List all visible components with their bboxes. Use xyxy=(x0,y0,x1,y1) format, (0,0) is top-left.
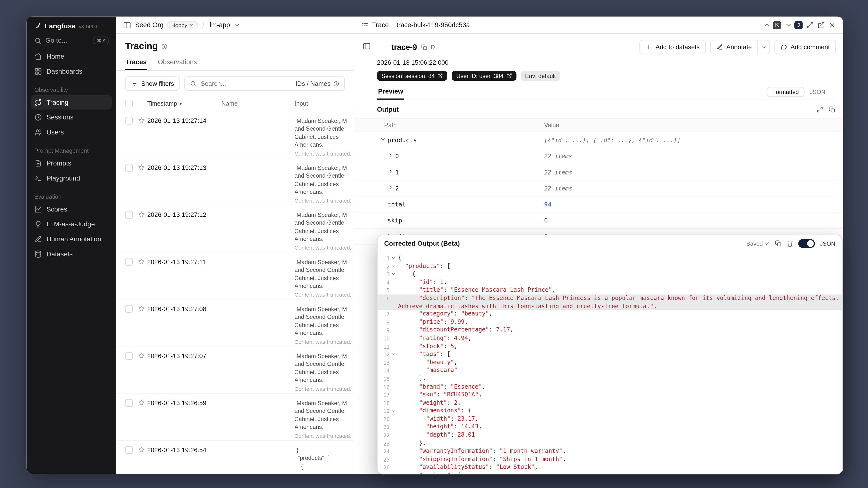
sidebar-item-dashboards[interactable]: Dashboards xyxy=(31,64,112,79)
tab-preview[interactable]: Preview xyxy=(377,88,404,99)
trace-row[interactable]: 2026-01-13 19:26:54 "{ "products": [ { xyxy=(116,440,354,474)
fold-chevron-icon[interactable] xyxy=(390,270,397,278)
copy-id-button[interactable]: ID xyxy=(422,43,435,50)
trace-row[interactable]: 2026-01-13 19:27:07 "Madam Speaker, Mand… xyxy=(116,346,354,394)
json-code-editor[interactable]: 1 { 2 "products": [ 3 { 4 "id": 1, 5 "ti… xyxy=(377,252,842,474)
annotate-button[interactable]: Annotate xyxy=(710,40,758,54)
row-input-preview: "Madam Speaker, Mand Second GentleCabine… xyxy=(294,346,353,392)
bookmark-star-icon[interactable] xyxy=(135,300,147,312)
bookmark-star-icon[interactable] xyxy=(135,111,147,124)
trace-row[interactable]: 2026-01-13 19:27:14 "Madam Speaker, Mand… xyxy=(116,111,354,158)
fold-chevron-icon[interactable] xyxy=(390,471,397,474)
bookmark-star-icon[interactable] xyxy=(135,158,147,171)
tab-traces[interactable]: Traces xyxy=(125,56,147,70)
info-icon[interactable] xyxy=(333,81,339,87)
sidebar-item-users[interactable]: Users xyxy=(31,125,112,140)
close-icon[interactable] xyxy=(829,21,836,29)
output-path: 2 xyxy=(354,185,544,192)
tracing-panel: Seed Org Hobby / llm-app Tracing Traces … xyxy=(116,17,354,474)
expand-output-icon[interactable] xyxy=(816,106,823,113)
copy-output-icon[interactable] xyxy=(829,106,835,113)
row-checkbox[interactable] xyxy=(125,305,133,313)
delete-icon[interactable] xyxy=(786,240,793,247)
trace-row[interactable]: 2026-01-13 19:27:12 "Madam Speaker, Mand… xyxy=(116,206,354,252)
output-row-0[interactable]: 0 22 items xyxy=(354,148,843,164)
row-checkbox[interactable] xyxy=(125,258,133,266)
bookmark-star-icon[interactable] xyxy=(135,440,147,453)
prev-trace-button[interactable]: K xyxy=(763,21,781,29)
org-name[interactable]: Seed Org xyxy=(135,21,163,29)
external-link-icon xyxy=(506,73,512,79)
row-checkbox[interactable] xyxy=(125,211,133,219)
expand-icon[interactable] xyxy=(806,21,814,29)
sidebar-item-sessions[interactable]: Sessions xyxy=(31,110,112,125)
add-comment-button[interactable]: Add comment xyxy=(774,40,836,54)
bookmark-star-icon[interactable] xyxy=(135,346,147,359)
langfuse-logo-icon xyxy=(33,22,41,30)
bookmark-star-icon[interactable] xyxy=(135,252,147,265)
sidebar-item-home[interactable]: Home xyxy=(31,50,112,64)
sidebar-item-scores[interactable]: Scores xyxy=(31,202,112,216)
column-input: Input xyxy=(294,100,353,106)
line-number: 14 xyxy=(377,367,390,375)
sidebar-item-llm-as-a-judge[interactable]: LLM-as-a-Judge xyxy=(31,217,112,232)
row-checkbox[interactable] xyxy=(125,352,133,360)
sidebar-item-human-annotation[interactable]: Human Annotation xyxy=(31,232,112,246)
trace-row[interactable]: 2026-01-13 19:27:08 "Madam Speaker, Mand… xyxy=(116,300,354,346)
select-all-checkbox[interactable] xyxy=(125,99,133,108)
session-badge[interactable]: Session: session_84 xyxy=(377,71,447,81)
row-checkbox[interactable] xyxy=(125,164,133,172)
search-input[interactable]: Search... IDs / Names xyxy=(185,76,345,91)
gutter-spacer xyxy=(390,447,397,455)
column-timestamp[interactable]: Timestamp ▼ xyxy=(147,100,221,106)
row-checkbox[interactable] xyxy=(125,399,133,407)
external-link-icon xyxy=(437,73,443,79)
gutter-spacer xyxy=(390,359,397,367)
line-number: 5 xyxy=(377,286,390,295)
trace-row[interactable]: 2026-01-13 19:27:11 "Madam Speaker, Mand… xyxy=(116,252,354,300)
fold-chevron-icon[interactable] xyxy=(390,262,397,270)
formatted-option[interactable]: Formatted xyxy=(767,87,804,97)
sidebar-item-tracing[interactable]: Tracing xyxy=(31,95,112,110)
list-icon xyxy=(362,21,369,29)
bookmark-star-icon[interactable] xyxy=(135,394,147,406)
project-switcher-chevron-icon[interactable] xyxy=(234,22,240,28)
sidebar-item-datasets[interactable]: Datasets xyxy=(31,247,112,261)
trace-row[interactable]: 2026-01-13 19:27:13 "Madam Speaker, Mand… xyxy=(116,158,354,205)
next-trace-button[interactable]: J xyxy=(785,21,803,29)
fold-chevron-icon[interactable] xyxy=(390,350,397,358)
detail-sidebar-toggle[interactable] xyxy=(363,42,371,53)
info-icon[interactable] xyxy=(161,43,168,50)
project-name[interactable]: llm-app xyxy=(208,21,230,29)
output-row-2[interactable]: 2 22 items xyxy=(354,181,843,196)
trace-title-row: trace-9 ID Add to datasets xyxy=(391,40,836,54)
output-row-products[interactable]: products [{"id": ...}, {"id": ...}, {"id… xyxy=(354,132,843,148)
sidebar-item-prompts[interactable]: Prompts xyxy=(31,156,112,171)
bookmark-star-icon[interactable] xyxy=(135,206,147,218)
json-option[interactable]: JSON xyxy=(806,88,829,96)
trace-row[interactable]: 2026-01-13 19:26:59 "Madam Speaker, Mand… xyxy=(116,394,354,440)
fold-chevron-icon[interactable] xyxy=(390,407,397,415)
plus-icon xyxy=(646,43,652,50)
search-scope-select[interactable]: IDs / Names xyxy=(296,80,339,87)
annotate-dropdown-button[interactable] xyxy=(758,40,770,54)
add-to-datasets-button[interactable]: Add to datasets xyxy=(640,40,706,54)
sidebar-item-playground[interactable]: Playground xyxy=(31,171,112,185)
code-line: 1 { xyxy=(377,254,842,262)
copy-code-icon[interactable] xyxy=(775,240,781,247)
plan-badge[interactable]: Hobby xyxy=(167,21,198,29)
fold-chevron-icon[interactable] xyxy=(390,254,397,262)
sidebar-collapse-icon[interactable] xyxy=(123,21,131,29)
row-checkbox[interactable] xyxy=(125,446,133,454)
tab-observations[interactable]: Observations xyxy=(157,56,197,70)
gutter-spacer xyxy=(390,415,397,423)
goto-search-button[interactable]: Go to... ⌘ K xyxy=(31,34,112,47)
output-row-1[interactable]: 1 22 items xyxy=(354,164,843,180)
open-in-new-icon[interactable] xyxy=(817,21,825,29)
user-badge[interactable]: User ID: user_384 xyxy=(452,71,516,81)
gutter-spacer xyxy=(390,367,397,375)
row-checkbox[interactable] xyxy=(125,117,133,125)
show-filters-button[interactable]: Show filters xyxy=(125,76,180,91)
trace-nav-controls: K J xyxy=(763,21,836,29)
json-mode-toggle[interactable] xyxy=(798,239,815,248)
